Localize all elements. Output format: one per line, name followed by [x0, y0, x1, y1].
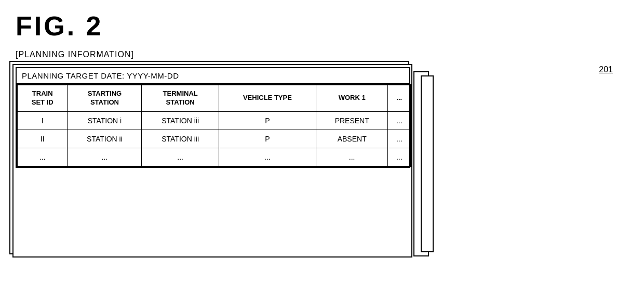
planning-table: TRAINSET ID STARTINGSTATION TERMINALSTAT…: [17, 84, 411, 167]
figure-title: FIG. 2: [16, 10, 628, 42]
cell-work1-2: ABSENT: [316, 130, 387, 148]
cell-train-id-3: ...: [17, 148, 68, 167]
table-row: ... ... ... ... ... ...: [17, 148, 411, 167]
cell-terminal-2: STATION iii: [142, 130, 219, 148]
reference-number: 201: [599, 65, 613, 74]
cell-terminal-1: STATION iii: [142, 111, 219, 130]
cell-vehicle-2: P: [219, 130, 316, 148]
section-label: [PLANNING INFORMATION]: [16, 50, 628, 59]
cell-train-id-1: I: [17, 111, 68, 130]
col-header-more: ...: [388, 85, 411, 111]
table-row: I STATION i STATION iii P PRESENT ...: [17, 111, 411, 130]
cell-work1-3: ...: [316, 148, 387, 167]
cell-train-id-2: II: [17, 130, 68, 148]
cell-work1-1: PRESENT: [316, 111, 387, 130]
col-header-starting-station: STARTINGSTATION: [68, 85, 142, 111]
cell-vehicle-1: P: [219, 111, 316, 130]
planning-info-container: PLANNING TARGET DATE: YYYY-MM-DD TRAINSE…: [16, 67, 410, 168]
planning-date-value: YYYY-MM-DD: [127, 71, 179, 80]
cell-more-3: ...: [388, 148, 411, 167]
cell-more-1: ...: [388, 111, 411, 130]
right-stack-2: [421, 75, 434, 252]
cell-starting-1: STATION i: [68, 111, 142, 130]
cell-starting-2: STATION ii: [68, 130, 142, 148]
table-row: II STATION ii STATION iii P ABSENT ...: [17, 130, 411, 148]
col-header-work1: WORK 1: [316, 85, 387, 111]
planning-date-label: PLANNING TARGET DATE:: [22, 71, 125, 80]
col-header-vehicle-type: VEHICLE TYPE: [219, 85, 316, 111]
cell-more-2: ...: [388, 130, 411, 148]
cell-vehicle-3: ...: [219, 148, 316, 167]
col-header-terminal-station: TERMINALSTATION: [142, 85, 219, 111]
cell-terminal-3: ...: [142, 148, 219, 167]
planning-date-row: PLANNING TARGET DATE: YYYY-MM-DD: [17, 68, 409, 84]
col-header-train-set-id: TRAINSET ID: [17, 85, 68, 111]
cell-starting-3: ...: [68, 148, 142, 167]
table-header-row: TRAINSET ID STARTINGSTATION TERMINALSTAT…: [17, 85, 411, 111]
